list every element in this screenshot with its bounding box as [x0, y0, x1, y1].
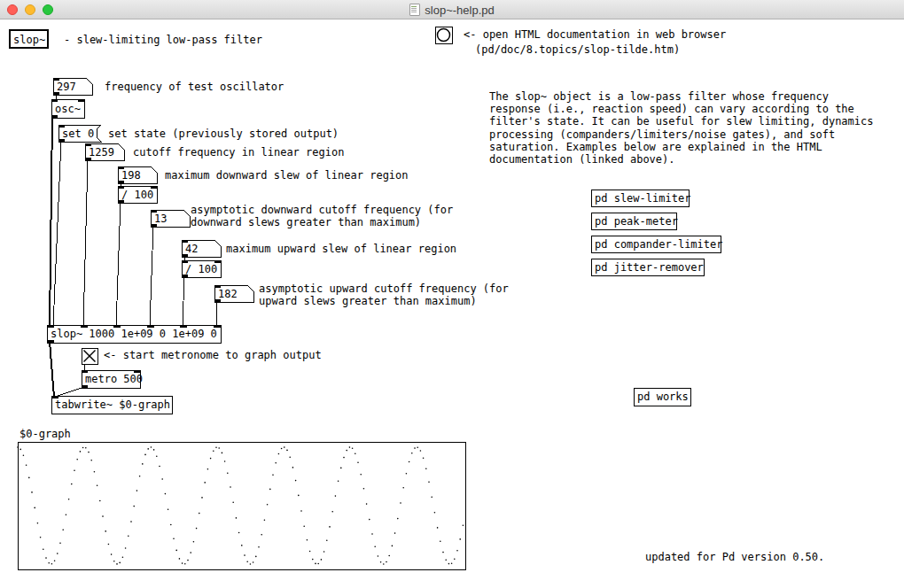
comment-osc-frequency: frequency of test oscillator — [105, 81, 284, 93]
comment-slop-description: - slew-limiting low-pass filter — [64, 34, 262, 46]
object-text: pd peak-meter — [595, 215, 678, 228]
object-metro: metro 500 — [82, 370, 143, 388]
description-line: processing (companders/limiters/noise ga… — [489, 128, 835, 141]
numberbox-max-up-slew[interactable]: 42 — [182, 240, 221, 257]
subpatch-works[interactable]: pd works — [634, 388, 690, 406]
pd-patch-window: slop~-help.pd slop~ - slew-limiting low-… — [0, 0, 904, 588]
title-group: slop~-help.pd — [0, 0, 904, 19]
patch-cord — [83, 159, 88, 326]
numberbox-max-down-slew[interactable]: 198 — [118, 166, 157, 183]
number-value: 297 — [57, 81, 76, 93]
signal-cord — [50, 342, 54, 397]
object-text: osc~ — [55, 103, 81, 115]
comment-asym-up-2: upward slews greater than maximum) — [259, 295, 477, 307]
object-slop-main: slop~ 1000 1e+09 0 1e+09 0 — [47, 325, 221, 343]
document-icon — [409, 4, 420, 16]
numberbox-osc-frequency[interactable]: 297 — [53, 78, 92, 95]
bang-open-docs[interactable] — [435, 27, 452, 43]
description-line: filter's state. It can be useful for sle… — [489, 115, 873, 128]
patch-cord — [53, 141, 61, 326]
patch-cord — [150, 226, 153, 326]
patch-cord — [116, 202, 121, 326]
outlet-nub — [47, 340, 54, 343]
graph-label: $0-graph — [19, 428, 71, 440]
object-text: tabwrite~ $0-graph — [55, 398, 170, 411]
object-text: pd jitter-remover — [595, 261, 704, 274]
comment-updated: updated for Pd version 0.50. — [645, 551, 824, 563]
description-line: response (i.e., reaction speed) can vary… — [489, 103, 854, 115]
patch-cord — [183, 276, 184, 326]
object-text: / 100 — [121, 189, 153, 201]
object-text: metro 500 — [85, 373, 143, 385]
inlet-nub — [51, 99, 58, 102]
comment-open-docs-1: <- open HTML documentation in web browse… — [464, 28, 726, 41]
numberbox-asym-down[interactable]: 13 — [151, 210, 190, 227]
object-text: slop~ — [13, 34, 45, 46]
window-titlebar: slop~-help.pd — [0, 0, 904, 19]
inlet-nub — [78, 99, 84, 102]
comment-max-up-slew: maximum upward slew of linear region — [226, 243, 456, 255]
description-line: saturation. Examples below are explained… — [489, 141, 822, 153]
object-tabwrite: tabwrite~ $0-graph — [51, 396, 172, 414]
number-value: 42 — [185, 243, 198, 255]
number-value: 13 — [154, 213, 167, 225]
object-osc: osc~ — [51, 99, 84, 118]
object-text: / 100 — [185, 263, 217, 275]
numberbox-asym-up[interactable]: 182 — [214, 285, 253, 302]
graph-canvas — [17, 442, 465, 569]
object-text: pd compander-limiter — [595, 238, 723, 251]
subpatch-slew-limiter[interactable]: pd slew-limiter — [591, 190, 690, 206]
object-divide-100-a: / 100 — [118, 186, 157, 203]
description-line: documentation (linked above). — [489, 153, 675, 166]
number-value: 1259 — [89, 146, 114, 159]
message-text: set 0 — [62, 128, 94, 140]
description-line: The slop~ object is a low-pass filter wh… — [489, 90, 829, 103]
object-text: pd slew-limiter — [595, 192, 690, 205]
subpatch-peak-meter[interactable]: pd peak-meter — [591, 213, 678, 229]
subpatch-compander-limiter[interactable]: pd compander-limiter — [591, 236, 723, 252]
comment-asym-down-1: asymptotic downward cutoff frequency (fo… — [191, 204, 453, 216]
patch-cord — [55, 387, 84, 397]
toggle-metronome[interactable] — [82, 348, 97, 364]
comment-open-docs-2: (pd/doc/8.topics/slop-tilde.htm) — [475, 43, 680, 56]
object-text: slop~ 1000 1e+09 0 1e+09 0 — [51, 328, 217, 340]
outlet-nub — [82, 385, 88, 388]
subpatch-jitter-remover[interactable]: pd jitter-remover — [591, 259, 704, 275]
message-set-state[interactable]: set 0 — [58, 125, 101, 142]
window-title: slop~-help.pd — [425, 4, 494, 17]
object-divide-100-b: / 100 — [182, 260, 221, 277]
number-value: 182 — [218, 288, 238, 300]
object-slop-header: slop~ — [10, 30, 48, 48]
patch-cord — [216, 301, 217, 326]
signal-cord — [50, 116, 52, 326]
outlet-nub — [51, 115, 58, 118]
number-value: 198 — [121, 169, 141, 182]
description-text: The slop~ object is a low-pass filter wh… — [489, 90, 873, 166]
comment-max-down-slew: maximum downward slew of linear region — [165, 169, 409, 182]
comment-set-state: set state (previously stored output) — [108, 128, 339, 140]
object-text: pd works — [637, 391, 689, 403]
comment-cutoff: cutoff frequency in linear region — [133, 146, 344, 159]
comment-asym-down-2: downward slews greater than maximum) — [191, 216, 421, 228]
comment-asym-up-1: asymptotic upward cutoff frequency (for — [259, 282, 509, 295]
comment-start-metro: <- start metronome to graph output — [104, 349, 322, 361]
numberbox-cutoff[interactable]: 1259 — [85, 143, 124, 160]
